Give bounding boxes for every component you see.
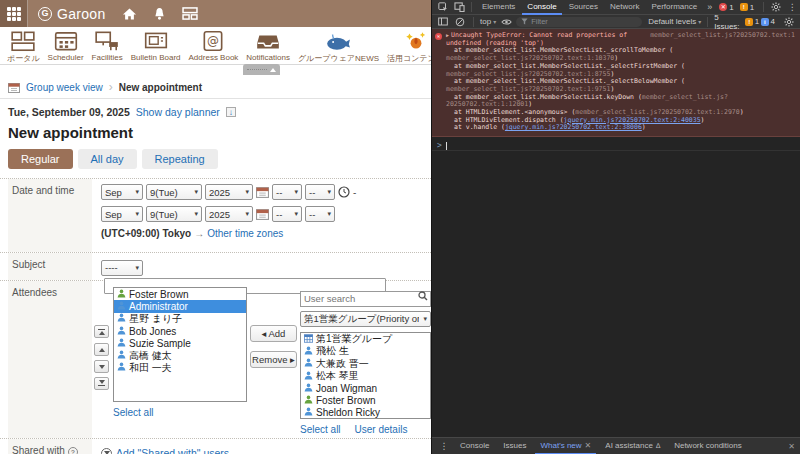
- drawer-tab-network-conditions[interactable]: Network conditions: [669, 438, 747, 454]
- candidate-item[interactable]: 大兼政 晋一: [301, 358, 430, 370]
- end-minute-select[interactable]: --: [305, 206, 335, 222]
- select-all-attendees-link[interactable]: Select all: [113, 407, 154, 418]
- tab-all-day[interactable]: All day: [78, 149, 137, 169]
- candidate-item[interactable]: Joan Wigman: [301, 382, 430, 394]
- stack-source-link[interactable]: jquery.min.js?20250702.text:2:38006: [505, 123, 642, 131]
- drawer-tab-console[interactable]: Console: [455, 438, 494, 454]
- console-settings-button[interactable]: [782, 15, 796, 28]
- date-picker-icon[interactable]: [256, 208, 269, 220]
- start-month-select[interactable]: Sep: [101, 184, 143, 200]
- move-bottom-button[interactable]: [94, 377, 109, 390]
- attendee-item[interactable]: Bob Jones: [114, 325, 246, 337]
- end-hour-select[interactable]: --: [272, 206, 302, 222]
- move-top-button[interactable]: [94, 325, 109, 338]
- candidate-item[interactable]: 松本 琴里: [301, 370, 430, 382]
- app-katsuyo-contents[interactable]: 活用コンテンツ: [384, 30, 431, 64]
- home-button[interactable]: [122, 7, 137, 21]
- search-icon[interactable]: [418, 291, 428, 301]
- device-toolbar-button[interactable]: [452, 1, 466, 14]
- stack-source-link[interactable]: member_select_list.js?20250702.text:1:10…: [446, 54, 614, 62]
- end-day-select[interactable]: 9(Tue): [146, 206, 202, 222]
- user-search-input[interactable]: [300, 291, 431, 307]
- expand-triangle-icon[interactable]: ▶: [446, 32, 449, 38]
- portal-panels-button[interactable]: [182, 7, 198, 20]
- drawer-tab-issues[interactable]: Issues: [498, 438, 531, 454]
- tab-repeating[interactable]: Repeating: [142, 149, 218, 169]
- attendee-item[interactable]: Foster Brown: [114, 288, 246, 300]
- eye-button[interactable]: [499, 15, 513, 28]
- drawer-tab-ai-assistance[interactable]: AI assistance∆: [600, 438, 665, 454]
- close-drawer-button[interactable]: [788, 442, 795, 451]
- tab-console[interactable]: Console: [522, 0, 561, 15]
- candidate-item[interactable]: Sheldon Ricky: [301, 407, 430, 419]
- app-bulletin-board[interactable]: Bulletin Board: [128, 30, 184, 62]
- app-portal[interactable]: ポータル: [4, 30, 43, 64]
- app-notifications[interactable]: Notifications: [243, 30, 293, 62]
- user-details-link[interactable]: User details: [355, 424, 408, 435]
- tab-regular[interactable]: Regular: [8, 149, 73, 169]
- breadcrumb-parent-link[interactable]: Group week view: [26, 82, 103, 93]
- log-levels-select[interactable]: Default levels: [648, 17, 701, 26]
- app-groupware-news[interactable]: グループウェアNEWS: [295, 30, 382, 64]
- attendee-item[interactable]: 星野 まり子: [114, 313, 246, 325]
- end-month-select[interactable]: Sep: [101, 206, 143, 222]
- add-attendee-button[interactable]: ◂ Add: [250, 325, 297, 342]
- attendee-item[interactable]: 和田 一夫: [114, 362, 246, 374]
- clear-console-button[interactable]: [453, 15, 467, 28]
- app-facilities[interactable]: Facilities: [89, 30, 126, 62]
- console-filter-input[interactable]: Filter: [516, 17, 642, 27]
- attendee-item[interactable]: 高橋 健太: [114, 349, 246, 361]
- app-launcher-button[interactable]: [0, 0, 28, 27]
- show-day-planner-link[interactable]: Show day planner: [136, 106, 220, 118]
- candidate-item[interactable]: Foster Brown: [301, 394, 430, 406]
- notifications-bell-button[interactable]: [153, 7, 166, 21]
- other-time-zones-link[interactable]: Other time zones: [207, 228, 283, 239]
- date-picker-icon[interactable]: [256, 186, 269, 198]
- toolbar-collapse-handle[interactable]: [243, 64, 280, 75]
- javascript-context-select[interactable]: top: [480, 17, 496, 26]
- warning-count-badge[interactable]: 1: [740, 3, 754, 12]
- end-year-select[interactable]: 2025: [205, 206, 253, 222]
- start-minute-select[interactable]: --: [305, 184, 335, 200]
- console-sidebar-button[interactable]: [436, 15, 450, 28]
- close-whats-new-icon[interactable]: [585, 438, 592, 454]
- error-source-link[interactable]: member_select_list.js?20250702.text:1: [650, 32, 795, 40]
- remove-attendee-button[interactable]: Remove ▸: [250, 351, 297, 368]
- start-year-select[interactable]: 2025: [205, 184, 253, 200]
- move-down-button[interactable]: [94, 360, 109, 373]
- select-all-candidates-link[interactable]: Select all: [300, 424, 341, 435]
- add-shared-users-link[interactable]: Add "Shared with" users: [116, 447, 229, 454]
- help-icon[interactable]: ?: [68, 447, 78, 454]
- stack-source-link[interactable]: member_select_list.js?20250702.text:1:12…: [446, 93, 728, 109]
- tab-network[interactable]: Network: [605, 0, 644, 15]
- app-scheduler[interactable]: Scheduler: [45, 30, 87, 62]
- stack-source-link[interactable]: member_select_list.js?20250702.text:1:97…: [446, 85, 610, 93]
- drawer-tab-whats-new[interactable]: What's new: [535, 438, 596, 454]
- candidate-list[interactable]: 第1営業グループ飛松 生大兼政 晋一松本 琴里Joan WigmanFoster…: [300, 332, 431, 419]
- attendee-item[interactable]: Administrator: [114, 300, 246, 312]
- garoon-logo[interactable]: G Garoon: [38, 6, 106, 22]
- more-tabs-button[interactable]: »: [704, 2, 715, 12]
- start-hour-select[interactable]: --: [272, 184, 302, 200]
- tab-elements[interactable]: Elements: [477, 0, 520, 15]
- subject-category-select[interactable]: ----: [101, 260, 143, 276]
- tab-performance[interactable]: Performance: [646, 0, 702, 15]
- console-prompt[interactable]: >: [432, 137, 800, 151]
- start-day-select[interactable]: 9(Tue): [146, 184, 202, 200]
- tab-sources[interactable]: Sources: [564, 0, 603, 15]
- move-up-button[interactable]: [94, 343, 109, 356]
- devtools-menu-button[interactable]: [785, 1, 799, 14]
- error-count-badge[interactable]: 1: [719, 3, 733, 12]
- attendee-item[interactable]: Suzie Sample: [114, 337, 246, 349]
- attendee-list[interactable]: Foster BrownAdministrator星野 まり子Bob Jones…: [113, 287, 247, 402]
- inspect-element-button[interactable]: [436, 1, 450, 14]
- time-picker-clock-icon[interactable]: [338, 186, 350, 198]
- organization-select[interactable]: 第1営業グループ(Priority organization): [300, 311, 431, 327]
- expand-shared-icon[interactable]: [101, 448, 112, 454]
- candidate-item[interactable]: 第1営業グループ: [301, 333, 430, 345]
- candidate-item[interactable]: 飛松 生: [301, 345, 430, 357]
- drawer-menu-button[interactable]: [437, 440, 451, 453]
- day-planner-expand-icon[interactable]: ↓: [226, 107, 236, 117]
- app-address-book[interactable]: @ Address Book: [186, 30, 242, 62]
- issues-counter[interactable]: 5 Issues: 1 4: [714, 13, 775, 31]
